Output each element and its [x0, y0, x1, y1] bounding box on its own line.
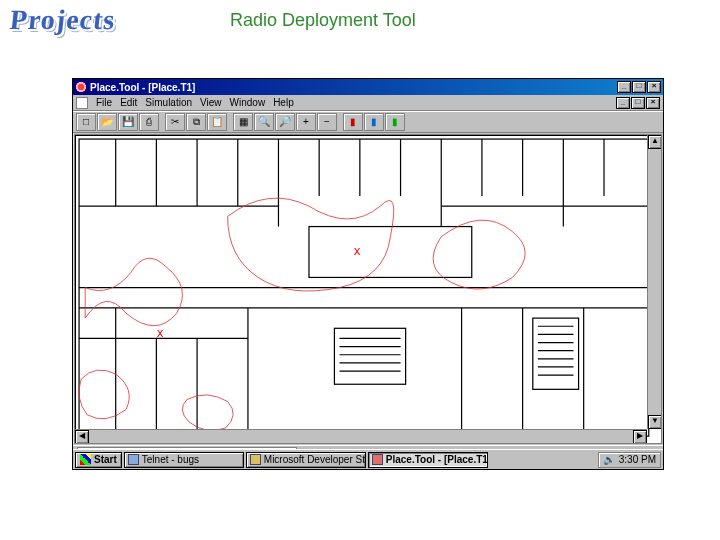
floorplan-svg	[75, 135, 661, 440]
taskbar-item-placetool[interactable]: Place.Tool - [Place.T1]	[368, 452, 488, 468]
tray-clock: 3:30 PM	[619, 454, 656, 465]
toolbar: □ 📂 💾 ⎙ ✂ ⧉ 📋 ▦ 🔍 🔎 + − ▮ ▮ ▮	[73, 111, 663, 133]
antenna1-icon[interactable]: ▮	[343, 113, 363, 131]
plus-icon[interactable]: +	[296, 113, 316, 131]
transmitter-marker-1[interactable]: x	[353, 244, 360, 258]
document-icon[interactable]	[76, 97, 88, 109]
scroll-up-button[interactable]: ▲	[648, 135, 662, 149]
mdi-maximize-button[interactable]: □	[631, 97, 645, 109]
menu-edit[interactable]: Edit	[120, 97, 137, 108]
transmitter-marker-2[interactable]: x	[156, 326, 163, 340]
minus-icon[interactable]: −	[317, 113, 337, 131]
app-icon	[75, 81, 87, 93]
zoom-out-icon[interactable]: 🔎	[275, 113, 295, 131]
projects-wordart: Projects	[8, 4, 117, 36]
minimize-button[interactable]: _	[617, 81, 631, 93]
devstudio-icon	[250, 454, 261, 465]
scroll-right-button[interactable]: ▶	[633, 430, 647, 444]
taskbar-item-devstudio[interactable]: Microsoft Developer Studi…	[246, 452, 366, 468]
print-icon[interactable]: ⎙	[139, 113, 159, 131]
menu-view[interactable]: View	[200, 97, 222, 108]
menu-help[interactable]: Help	[273, 97, 294, 108]
scroll-down-button[interactable]: ▼	[648, 415, 662, 429]
antenna2-icon[interactable]: ▮	[364, 113, 384, 131]
start-label: Start	[94, 454, 117, 465]
vertical-scrollbar[interactable]: ▲ ▼	[647, 135, 661, 429]
taskbar-item-label: Microsoft Developer Studi…	[264, 454, 366, 465]
copy-icon[interactable]: ⧉	[186, 113, 206, 131]
horizontal-scrollbar[interactable]: ◀ ▶	[75, 429, 647, 443]
start-button[interactable]: Start	[75, 452, 122, 468]
window-title: Place.Tool - [Place.T1]	[90, 82, 617, 93]
mdi-close-button[interactable]: ×	[646, 97, 660, 109]
cut-icon[interactable]: ✂	[165, 113, 185, 131]
menu-file[interactable]: File	[96, 97, 112, 108]
floorplan-canvas[interactable]: x x ▲ ▼ ◀ ▶	[74, 134, 662, 444]
taskbar-item-label: Place.Tool - [Place.T1]	[386, 454, 488, 465]
windows-logo-icon	[80, 454, 91, 465]
close-button[interactable]: ×	[647, 81, 661, 93]
new-icon[interactable]: □	[76, 113, 96, 131]
grid-icon[interactable]: ▦	[233, 113, 253, 131]
titlebar[interactable]: Place.Tool - [Place.T1] _ □ ×	[73, 79, 663, 95]
app-window: Place.Tool - [Place.T1] _ □ × File Edit …	[72, 78, 664, 470]
telnet-icon	[128, 454, 139, 465]
zoom-in-icon[interactable]: 🔍	[254, 113, 274, 131]
maximize-button[interactable]: □	[632, 81, 646, 93]
taskbar-item-telnet[interactable]: Telnet - bugs	[124, 452, 244, 468]
save-icon[interactable]: 💾	[118, 113, 138, 131]
svg-rect-33	[533, 318, 579, 389]
paste-icon[interactable]: 📋	[207, 113, 227, 131]
mdi-minimize-button[interactable]: _	[616, 97, 630, 109]
menu-bar: File Edit Simulation View Window Help _ …	[73, 95, 663, 111]
antenna3-icon[interactable]: ▮	[385, 113, 405, 131]
menu-simulation[interactable]: Simulation	[145, 97, 192, 108]
taskbar-item-label: Telnet - bugs	[142, 454, 199, 465]
speaker-icon[interactable]: 🔊	[603, 454, 615, 465]
open-icon[interactable]: 📂	[97, 113, 117, 131]
svg-rect-24	[334, 328, 405, 384]
svg-rect-18	[309, 227, 472, 278]
placetool-icon	[372, 454, 383, 465]
taskbar: Start Telnet - bugs Microsoft Developer …	[73, 449, 663, 469]
slide-title: Radio Deployment Tool	[230, 10, 416, 31]
system-tray[interactable]: 🔊 3:30 PM	[598, 452, 661, 468]
menu-window[interactable]: Window	[230, 97, 266, 108]
scroll-left-button[interactable]: ◀	[75, 430, 89, 444]
